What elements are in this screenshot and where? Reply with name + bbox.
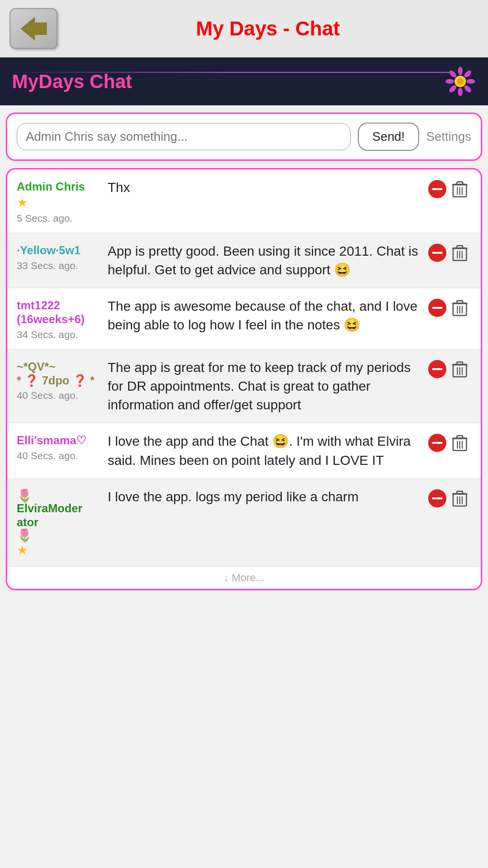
message-content: The app is great for me to keep track of… xyxy=(100,358,428,415)
block-button[interactable] xyxy=(428,180,446,198)
svg-point-8 xyxy=(448,69,458,79)
username: ·Yellow·5w1 xyxy=(17,244,80,258)
message-user: tmt1222(16weeks+6) 34 Secs. ago. xyxy=(17,297,100,340)
timestamp: 33 Secs. ago. xyxy=(17,260,78,271)
table-row: Admin Chris ★ 5 Secs. ago. Thx xyxy=(7,169,481,233)
svg-point-10 xyxy=(457,78,464,85)
message-user: ·Yellow·5w1 33 Secs. ago. xyxy=(17,242,100,271)
delete-button[interactable] xyxy=(452,180,467,198)
message-actions xyxy=(428,358,471,378)
table-row: 🌷 ElviraModerator 🌷 ★ I love the app. lo… xyxy=(7,479,481,567)
flower-icon xyxy=(445,66,476,97)
block-button[interactable] xyxy=(428,489,446,507)
delete-button[interactable] xyxy=(452,244,467,261)
username: Elli'smama♡ xyxy=(17,434,87,448)
page-title: My Days - Chat xyxy=(57,17,478,40)
message-actions xyxy=(428,297,471,317)
message-actions xyxy=(428,432,471,452)
header-bar: MyDays Chat xyxy=(0,57,488,105)
block-button[interactable] xyxy=(428,434,446,452)
message-user: ~*QV*~* ❓ 7dpo ❓ * 40 Secs. ago. xyxy=(17,358,100,402)
delete-button[interactable] xyxy=(452,361,467,378)
star-icon: ★ xyxy=(17,195,28,210)
svg-point-3 xyxy=(466,79,475,84)
block-button[interactable] xyxy=(428,360,446,378)
message-actions xyxy=(428,487,471,507)
message-input[interactable] xyxy=(17,123,351,150)
delete-button[interactable] xyxy=(452,434,467,451)
settings-link[interactable]: Settings xyxy=(426,129,471,144)
delete-button[interactable] xyxy=(452,299,467,316)
message-user: Elli'smama♡ 40 Secs. ago. xyxy=(17,432,100,462)
svg-point-4 xyxy=(463,84,473,93)
timestamp: 40 Secs. ago. xyxy=(17,450,78,462)
block-button[interactable] xyxy=(428,299,446,317)
send-button[interactable]: Send! xyxy=(358,123,419,151)
svg-point-2 xyxy=(463,69,473,79)
star-icon: ★ xyxy=(17,543,28,558)
table-row: ·Yellow·5w1 33 Secs. ago. App is pretty … xyxy=(7,233,481,288)
message-user: Admin Chris ★ 5 Secs. ago. xyxy=(17,178,100,224)
tulip-bottom-icon: 🌷 xyxy=(17,529,32,541)
table-row: Elli'smama♡ 40 Secs. ago. I love the app… xyxy=(7,423,481,478)
timestamp: 34 Secs. ago. xyxy=(17,329,78,340)
tulip-top-icon: 🌷 xyxy=(17,489,32,502)
svg-point-1 xyxy=(458,67,463,75)
timestamp: 5 Secs. ago. xyxy=(17,213,73,224)
messages-container: Admin Chris ★ 5 Secs. ago. Thx xyxy=(6,168,482,590)
message-content: I love the app. logs my period like a ch… xyxy=(100,487,428,506)
svg-point-5 xyxy=(458,88,463,96)
message-content: I love the app and the Chat 😆. I'm with … xyxy=(100,432,428,469)
table-row: ~*QV*~* ❓ 7dpo ❓ * 40 Secs. ago. The app… xyxy=(7,349,481,424)
back-arrow-icon xyxy=(21,17,47,41)
delete-button[interactable] xyxy=(452,490,467,507)
svg-point-6 xyxy=(448,84,458,93)
chat-title: MyDays Chat xyxy=(12,71,132,92)
top-bar: My Days - Chat xyxy=(0,0,488,57)
username: Admin Chris xyxy=(17,180,85,194)
svg-point-7 xyxy=(445,79,454,84)
message-content: Thx xyxy=(100,178,428,197)
svg-marker-0 xyxy=(21,17,47,41)
username: ~*QV*~* ❓ 7dpo ❓ * xyxy=(17,360,95,388)
message-content: App is pretty good. Been using it since … xyxy=(100,242,428,279)
table-row: tmt1222(16weeks+6) 34 Secs. ago. The app… xyxy=(7,288,481,349)
back-button[interactable] xyxy=(10,8,57,49)
message-user: 🌷 ElviraModerator 🌷 ★ xyxy=(17,487,100,558)
block-button[interactable] xyxy=(428,244,446,262)
username: ElviraModerator xyxy=(17,502,82,530)
more-indicator: ↓ More... xyxy=(7,567,481,589)
message-content: The app is awesome because of the chat, … xyxy=(100,297,428,334)
input-area: Send! Settings xyxy=(6,113,482,161)
timestamp: 40 Secs. ago. xyxy=(17,390,78,401)
message-actions xyxy=(428,178,471,198)
username: tmt1222(16weeks+6) xyxy=(17,299,85,327)
message-actions xyxy=(428,242,471,262)
